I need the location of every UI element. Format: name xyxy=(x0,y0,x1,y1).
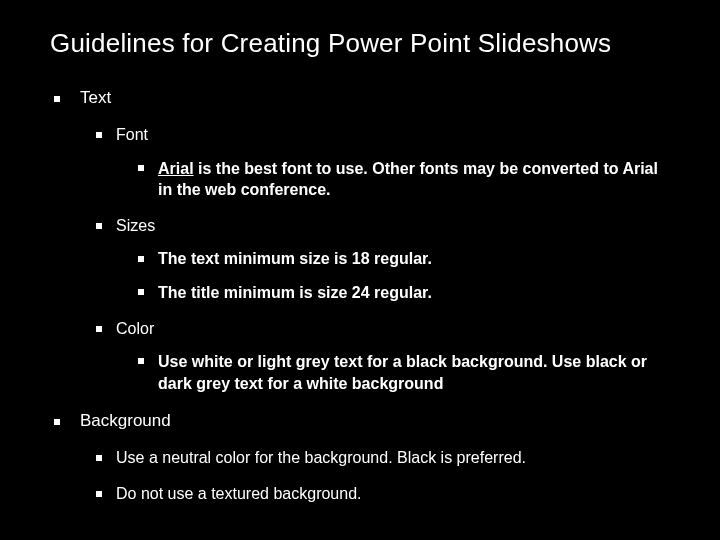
underlined-text: Arial xyxy=(158,160,194,177)
item-text: The title minimum is size 24 regular. xyxy=(158,284,432,301)
slide: Guidelines for Creating Power Point Slid… xyxy=(0,0,720,540)
item-text: Do not use a textured background. xyxy=(116,485,362,502)
list-item: Text Font Arial is the best font to use.… xyxy=(50,87,670,394)
list-item: Font Arial is the best font to use. Othe… xyxy=(92,124,670,201)
list-item: Arial is the best font to use. Other fon… xyxy=(134,158,670,201)
list-item: Color Use white or light grey text for a… xyxy=(92,318,670,395)
item-label: Text xyxy=(80,88,111,107)
item-text: is the best font to use. Other fonts may… xyxy=(158,160,658,199)
bullet-list: Use white or light grey text for a black… xyxy=(134,351,670,394)
item-text: Use a neutral color for the background. … xyxy=(116,449,526,466)
list-item: The title minimum is size 24 regular. xyxy=(134,282,670,304)
item-label: Color xyxy=(116,320,154,337)
item-text: The text minimum size is 18 regular. xyxy=(158,250,432,267)
item-label: Background xyxy=(80,411,171,430)
list-item: Background Use a neutral color for the b… xyxy=(50,410,670,504)
item-label: Font xyxy=(116,126,148,143)
list-item: Do not use a textured background. xyxy=(92,483,670,505)
item-text: Use white or light grey text for a black… xyxy=(158,353,647,392)
item-label: Sizes xyxy=(116,217,155,234)
list-item: The text minimum size is 18 regular. xyxy=(134,248,670,270)
list-item: Use a neutral color for the background. … xyxy=(92,447,670,469)
list-item: Sizes The text minimum size is 18 regula… xyxy=(92,215,670,304)
bullet-list: Text Font Arial is the best font to use.… xyxy=(50,87,670,504)
list-item: Use white or light grey text for a black… xyxy=(134,351,670,394)
bullet-list: Use a neutral color for the background. … xyxy=(92,447,670,504)
bullet-list: The text minimum size is 18 regular. The… xyxy=(134,248,670,303)
bullet-list: Arial is the best font to use. Other fon… xyxy=(134,158,670,201)
bullet-list: Font Arial is the best font to use. Othe… xyxy=(92,124,670,394)
slide-title: Guidelines for Creating Power Point Slid… xyxy=(50,28,670,59)
